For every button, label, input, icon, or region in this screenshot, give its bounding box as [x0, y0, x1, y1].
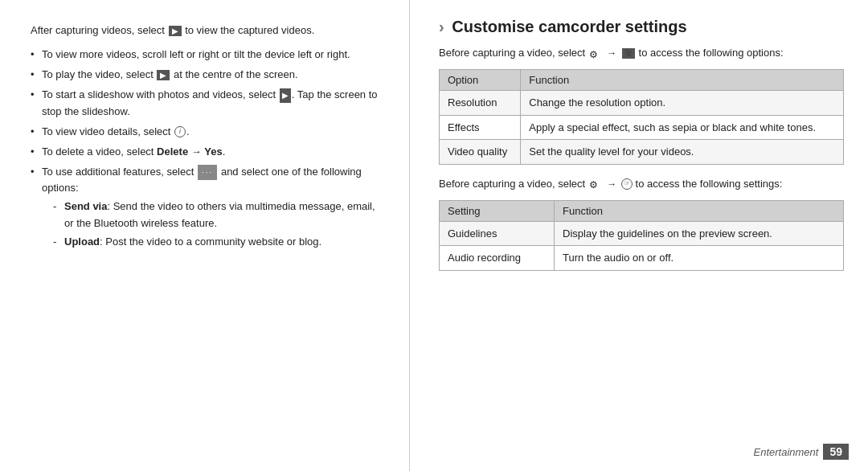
options-table: Option Function Resolution Change the re… — [439, 69, 844, 165]
setting-header: Setting — [440, 200, 555, 221]
list-item: To start a slideshow with photos and vid… — [31, 87, 385, 119]
yes-label: Yes — [204, 145, 222, 158]
play-icon: ▶ — [157, 70, 170, 80]
setting-cell: Audio recording — [440, 246, 555, 271]
gear-icon: ⚙ — [589, 47, 602, 60]
list-item: To view more videos, scroll left or righ… — [31, 47, 385, 63]
bullet-list: To view more videos, scroll left or righ… — [31, 47, 385, 250]
before-table1-text: Before capturing a video, select ⚙ → 🎥 t… — [439, 45, 844, 61]
sub-list: Send via: Send the video to others via m… — [42, 199, 385, 249]
page-footer: Entertainment 59 — [753, 444, 849, 460]
upload-label: Upload — [64, 236, 100, 248]
function-cell: Apply a special effect, such as sepia or… — [521, 115, 844, 140]
page-number: 59 — [823, 444, 849, 460]
table-row: Video quality Set the quality level for … — [440, 140, 844, 165]
function-header: Function — [521, 70, 844, 91]
option-cell: Video quality — [440, 140, 521, 165]
cam-icon: 🎥 — [622, 48, 635, 59]
slideshow-icon: ▶ — [280, 88, 291, 103]
intro-text: After capturing videos, select ▶ to view… — [31, 23, 385, 39]
option-header: Option — [440, 70, 521, 91]
entertainment-label: Entertainment — [753, 446, 818, 458]
setting-cell: Guidelines — [440, 221, 555, 246]
option-cell: Effects — [440, 115, 521, 140]
gear-icon-2: ⚙ — [589, 178, 602, 190]
section-title-text: Customise camcorder settings — [452, 18, 686, 35]
list-item: To use additional features, select ··· a… — [31, 164, 385, 250]
sub-list-item: Upload: Post the video to a community we… — [53, 234, 385, 250]
table-row: Audio recording Turn the audio on or off… — [440, 246, 844, 271]
table-row: Guidelines Display the guidelines on the… — [440, 221, 844, 246]
list-item: To play the video, select ▶ at the centr… — [31, 67, 385, 83]
send-via-label: Send via — [64, 200, 107, 212]
settings-table: Setting Function Guidelines Display the … — [439, 200, 844, 271]
arrow-icon: → — [607, 46, 616, 61]
before-table2-text: Before capturing a video, select ⚙ → ☞ t… — [439, 176, 844, 192]
delete-label: Delete — [157, 145, 188, 158]
function-cell: Set the quality level for your videos. — [521, 140, 844, 165]
right-column: › Customise camcorder settings Before ca… — [410, 0, 868, 471]
function-cell: Display the guidelines on the preview sc… — [555, 221, 844, 246]
table-row: Effects Apply a special effect, such as … — [440, 115, 844, 140]
section-title: › Customise camcorder settings — [439, 16, 844, 37]
option-cell: Resolution — [440, 91, 521, 116]
table-row: Resolution Change the resolution option. — [440, 91, 844, 116]
chevron-icon: › — [439, 18, 444, 35]
info-icon: i — [174, 126, 186, 137]
play-icon: ▶ — [169, 26, 182, 36]
function-header-2: Function — [555, 200, 844, 221]
person-icon: ☞ — [621, 178, 633, 190]
list-item: To view video details, select i. — [31, 124, 385, 140]
left-column: After capturing videos, select ▶ to view… — [0, 0, 410, 471]
function-cell: Change the resolution option. — [521, 91, 844, 116]
dots-icon: ··· — [198, 165, 217, 181]
list-item: To delete a video, select Delete → Yes. — [31, 144, 385, 160]
function-cell: Turn the audio on or off. — [555, 246, 844, 271]
arrow-icon-2: → — [607, 177, 616, 192]
sub-list-item: Send via: Send the video to others via m… — [53, 199, 385, 231]
